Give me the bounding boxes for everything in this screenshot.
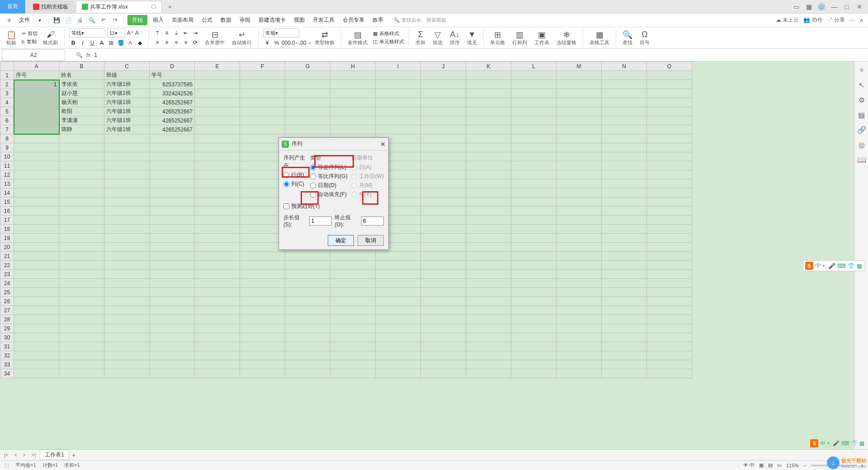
cell[interactable]	[466, 270, 511, 279]
cell[interactable]	[647, 333, 692, 342]
cell[interactable]	[14, 369, 59, 378]
cell[interactable]	[511, 170, 557, 179]
cell[interactable]	[285, 342, 330, 351]
cell[interactable]	[14, 152, 59, 161]
row-header[interactable]: 14	[0, 188, 14, 197]
layers-icon[interactable]: ▤	[858, 111, 865, 119]
cell[interactable]	[421, 315, 466, 324]
cell[interactable]	[150, 161, 195, 170]
cell[interactable]	[647, 197, 692, 207]
highlight-button[interactable]: ◆	[136, 39, 144, 47]
menu-efficiency[interactable]: 效率	[370, 15, 386, 25]
cell[interactable]	[330, 71, 376, 80]
cell[interactable]	[511, 161, 557, 170]
cell[interactable]	[59, 252, 104, 261]
cell[interactable]	[511, 288, 557, 297]
cell[interactable]	[59, 306, 104, 315]
sheet-first-icon[interactable]: |<	[3, 452, 10, 458]
cell[interactable]	[421, 71, 466, 80]
cell[interactable]	[285, 89, 330, 98]
cell[interactable]	[376, 89, 421, 98]
cell[interactable]	[14, 342, 59, 351]
cell[interactable]	[104, 170, 150, 179]
cell[interactable]	[421, 234, 466, 243]
name-box[interactable]: A2	[2, 49, 65, 61]
cell[interactable]	[150, 279, 195, 288]
ime-toolbar[interactable]: S 中 •, 🎤 ⌨ 👕 ▦	[803, 260, 864, 271]
cell[interactable]	[150, 306, 195, 315]
cell[interactable]	[557, 71, 602, 80]
cell[interactable]	[557, 170, 602, 179]
cell[interactable]	[14, 125, 59, 134]
cell[interactable]	[602, 116, 647, 125]
cell[interactable]	[150, 315, 195, 324]
cell[interactable]: 六年级1班	[104, 125, 150, 134]
filter-button[interactable]: ▽筛选	[431, 30, 444, 46]
ime-more-icon[interactable]: ▦	[857, 263, 862, 269]
row-header[interactable]: 10	[0, 152, 14, 161]
cell[interactable]	[59, 161, 104, 170]
apps-icon[interactable]: ▦	[805, 3, 813, 11]
cell[interactable]	[511, 351, 557, 360]
cell[interactable]	[557, 116, 602, 125]
cell[interactable]	[511, 107, 557, 116]
cell[interactable]	[376, 369, 421, 378]
cell[interactable]	[602, 125, 647, 134]
fx-label[interactable]: fx	[86, 52, 90, 58]
cell[interactable]	[104, 342, 150, 351]
row-header[interactable]: 23	[0, 270, 14, 279]
cell[interactable]	[195, 170, 240, 179]
merge-button[interactable]: ⊟合并居中	[203, 30, 226, 46]
cell[interactable]	[376, 297, 421, 306]
percent-icon[interactable]: %	[273, 39, 281, 47]
cell[interactable]	[602, 270, 647, 279]
cell[interactable]	[466, 197, 511, 207]
cell[interactable]	[150, 207, 195, 216]
cell[interactable]	[285, 80, 330, 89]
cell[interactable]	[602, 306, 647, 315]
cell[interactable]	[59, 188, 104, 197]
ime-keyboard-icon[interactable]: ⌨	[837, 263, 846, 269]
ime-mic-icon[interactable]: 🎤	[828, 263, 835, 269]
cell[interactable]	[602, 252, 647, 261]
cell[interactable]	[59, 333, 104, 342]
align-left-icon[interactable]: ≡	[153, 38, 161, 47]
menu-member[interactable]: 会员专享	[340, 15, 367, 25]
eye-icon[interactable]: 👁 中	[743, 462, 755, 469]
avatar-icon[interactable]: ☺	[817, 3, 826, 11]
align-bottom-icon[interactable]: ⇣	[172, 29, 180, 37]
cell[interactable]	[376, 315, 421, 324]
cell[interactable]	[14, 225, 59, 234]
cell[interactable]	[59, 288, 104, 297]
cell[interactable]	[240, 306, 285, 315]
cell[interactable]	[14, 116, 59, 125]
cell[interactable]	[511, 297, 557, 306]
cell[interactable]	[195, 270, 240, 279]
cell[interactable]	[330, 98, 376, 107]
cell[interactable]	[421, 107, 466, 116]
number-format-select[interactable]: 常规 ▾	[263, 28, 299, 38]
cell[interactable]	[104, 333, 150, 342]
cell[interactable]	[376, 98, 421, 107]
cell[interactable]	[195, 125, 240, 134]
cell[interactable]	[511, 134, 557, 143]
cell[interactable]: 六年级1班	[104, 80, 150, 89]
cell[interactable]	[602, 71, 647, 80]
cell[interactable]	[647, 152, 692, 161]
cell[interactable]	[59, 369, 104, 378]
cell[interactable]	[421, 225, 466, 234]
cell[interactable]: 六年级1班	[104, 116, 150, 125]
opt-arith[interactable]: 等差序列(L)	[310, 164, 347, 171]
cell[interactable]	[150, 197, 195, 207]
cell[interactable]	[104, 143, 150, 152]
cell[interactable]	[511, 179, 557, 188]
cell[interactable]	[511, 143, 557, 152]
cell[interactable]	[376, 261, 421, 270]
ime-toolbar-bottom[interactable]: S 中 •, 🎤 ⌨ 👕 ▦	[810, 439, 864, 447]
cell[interactable]	[602, 152, 647, 161]
row-header[interactable]: 28	[0, 315, 14, 324]
cell[interactable]	[466, 279, 511, 288]
cellfmt-button[interactable]: ◫ 单元格样式	[373, 38, 404, 45]
cell[interactable]	[602, 80, 647, 89]
cell[interactable]	[557, 270, 602, 279]
